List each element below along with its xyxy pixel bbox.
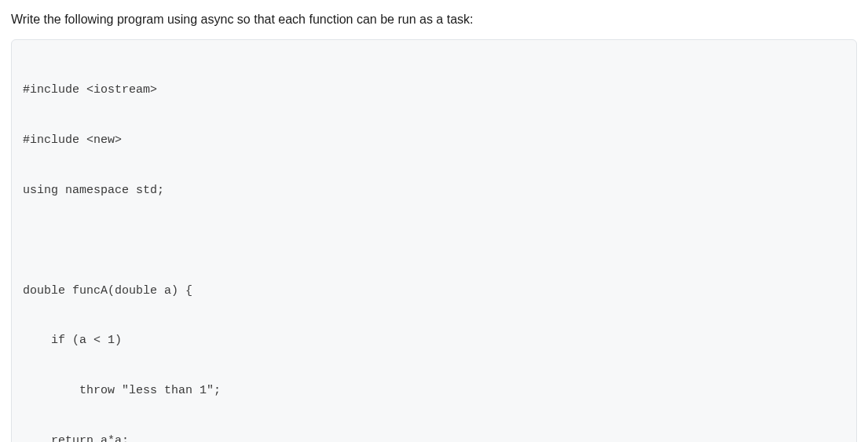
code-line: return a*a;	[23, 433, 845, 442]
code-line: #include <new>	[23, 132, 845, 148]
code-line: #include <iostream>	[23, 82, 845, 98]
code-line: if (a < 1)	[23, 332, 845, 349]
code-line	[23, 232, 845, 249]
question-prompt: Write the following program using async …	[11, 11, 857, 28]
code-line: throw "less than 1";	[23, 382, 845, 399]
code-block: #include <iostream> #include <new> using…	[11, 39, 857, 442]
code-line: double funcA(double a) {	[23, 283, 845, 299]
code-line: using namespace std;	[23, 182, 845, 199]
